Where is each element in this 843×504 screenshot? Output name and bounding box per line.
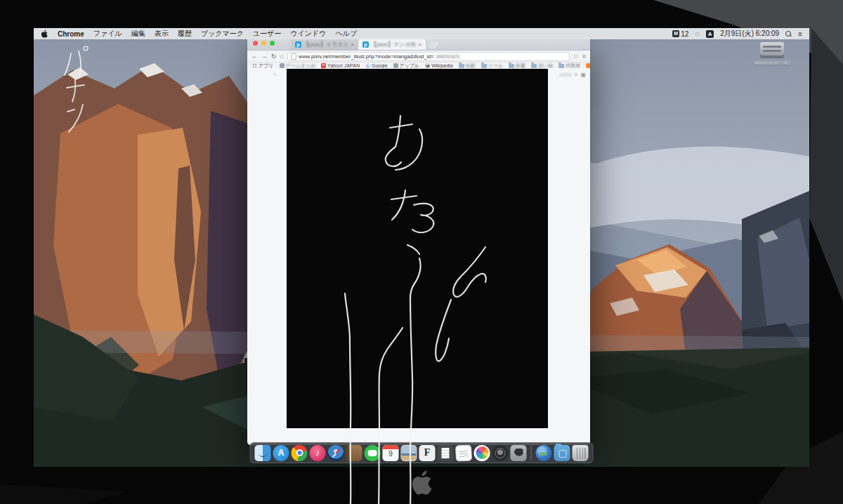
- menu-item-chrome[interactable]: Chrome: [58, 30, 84, 38]
- google-icon: G: [365, 63, 370, 68]
- dock-calendar-icon[interactable]: 9: [383, 445, 399, 461]
- yahoo-icon: Y!: [321, 63, 326, 68]
- notification-center-icon[interactable]: ≡: [798, 30, 802, 38]
- drawing-canvas[interactable]: [287, 69, 548, 428]
- tab-1-title: 【pixiv】イラスト・マンガ: [303, 41, 348, 48]
- tab-2[interactable]: p 【pixiv】マンガ作品ページ ×: [358, 39, 426, 50]
- dock-chrome-icon[interactable]: [292, 445, 308, 461]
- page-security-icon: [291, 53, 296, 60]
- dock-photos-icon[interactable]: [474, 445, 490, 461]
- site-icon: [586, 63, 590, 68]
- menu-item-history[interactable]: 履歴: [178, 29, 192, 39]
- folder-icon: [481, 64, 487, 68]
- dock-app-store-icon[interactable]: A: [273, 445, 289, 461]
- dock-separator: [531, 445, 532, 460]
- folder-icon: [531, 64, 537, 68]
- folder-icon: [459, 64, 464, 68]
- menu-item-file[interactable]: ファイル: [93, 29, 122, 39]
- new-tab-button[interactable]: [428, 41, 438, 48]
- bookmark-yahoo-japan[interactable]: Y!Yahoo! JAPAN: [321, 63, 360, 68]
- apps-grid-icon: [252, 63, 257, 68]
- dock-itunes-icon[interactable]: ♪: [310, 445, 326, 461]
- reload-icon[interactable]: ↻: [271, 53, 277, 60]
- tab-1[interactable]: p 【pixiv】イラスト・マンガ ×: [291, 39, 358, 50]
- dock-downloads-folder-icon[interactable]: [554, 445, 570, 461]
- dock-notes-icon[interactable]: [438, 445, 454, 461]
- bookmark-google[interactable]: GGoogle: [365, 63, 388, 68]
- apple-menu-icon[interactable]: [41, 29, 48, 38]
- dock-trash-icon[interactable]: [573, 445, 589, 461]
- menu-item-users[interactable]: ユーザー: [253, 29, 281, 39]
- menu-item-view[interactable]: 表示: [155, 29, 169, 39]
- dock-textedit-icon[interactable]: [455, 444, 472, 461]
- single-view-icon[interactable]: ▣: [580, 72, 586, 78]
- folder-icon: [558, 64, 564, 68]
- folder-icon: [509, 64, 514, 68]
- photo-of-imac-screen: { "colors": { "accent_blue": "#2b9cd8", …: [0, 0, 843, 504]
- memory-value: 12: [681, 30, 688, 38]
- dock: A ♪ 9 F: [250, 442, 594, 463]
- menu-bar: Chrome ファイル 編集 表示 履歴 ブックマーク ユーザー ウインドウ ヘ…: [34, 28, 809, 39]
- chrome-menu-icon[interactable]: ≡: [582, 53, 586, 60]
- home-icon[interactable]: ⌂: [280, 53, 284, 60]
- tab-2-title: 【pixiv】マンガ作品ページ: [371, 41, 416, 48]
- dock-pictures-icon[interactable]: [401, 445, 417, 461]
- site-icon: [280, 63, 285, 68]
- calendar-day: 9: [383, 450, 399, 458]
- hdd-drive-icon: [760, 42, 784, 58]
- menu-item-help[interactable]: ヘルプ: [336, 29, 358, 39]
- menu-item-window[interactable]: ウインドウ: [290, 29, 326, 39]
- dock-photo-booth-icon[interactable]: [511, 445, 527, 461]
- browser-toolbar: ← → ↻ ⌂ www.pixiv.net/member_illust.php?…: [247, 51, 590, 62]
- dock-network-globe-icon[interactable]: [536, 445, 552, 461]
- dock-safari-icon[interactable]: [328, 445, 344, 461]
- forward-icon[interactable]: →: [261, 53, 268, 60]
- dock-finder-icon[interactable]: [255, 445, 271, 461]
- close-window-button[interactable]: [253, 41, 258, 46]
- bookmark-star-icon[interactable]: ☆: [573, 53, 579, 60]
- bezel-apple-logo: [410, 469, 433, 496]
- menu-item-bookmarks[interactable]: ブックマーク: [201, 29, 244, 39]
- status-extra-icon[interactable]: ◇: [695, 30, 700, 37]
- pixiv-favicon: p: [362, 41, 369, 48]
- chrome-window: p 【pixiv】イラスト・マンガ × p 【pixiv】マンガ作品ページ × …: [247, 37, 590, 445]
- dock-line-icon[interactable]: [365, 445, 381, 461]
- spotlight-icon[interactable]: [785, 31, 792, 37]
- url-text: www.pixiv.net/member_illust.php?mode=man…: [299, 53, 434, 60]
- minimize-window-button[interactable]: [261, 41, 266, 46]
- dock-font-book-icon[interactable]: F: [419, 445, 436, 461]
- desktop-screen: Chrome ファイル 編集 表示 履歴 ブックマーク ユーザー ウインドウ ヘ…: [34, 28, 809, 467]
- back-icon[interactable]: ←: [251, 53, 258, 60]
- tab-1-close-icon[interactable]: ×: [351, 41, 354, 48]
- bookmark-wikipedia[interactable]: WWikipedia: [425, 63, 452, 68]
- list-view-icon[interactable]: ≡: [575, 72, 578, 78]
- memory-status[interactable]: M 12: [672, 30, 688, 38]
- tab-2-close-icon[interactable]: ×: [418, 41, 422, 48]
- window-controls: [253, 41, 275, 46]
- memory-app-icon: M: [672, 30, 679, 37]
- input-source-icon[interactable]: A: [706, 30, 714, 38]
- address-bar[interactable]: www.pixiv.net/member_illust.php?mode=man…: [287, 52, 570, 61]
- pixiv-page-content: ↔ 100% ≡ ▣: [247, 68, 590, 445]
- menu-item-edit[interactable]: 編集: [131, 29, 145, 39]
- wikipedia-icon: W: [425, 63, 430, 68]
- dock-contacts-icon[interactable]: [346, 445, 362, 461]
- desktop-hdd-icon[interactable]: Macintosh HD: [752, 42, 792, 66]
- zoom-window-button[interactable]: [270, 41, 275, 46]
- zoom-label: 100%: [559, 72, 572, 77]
- dock-garageband-icon[interactable]: [492, 445, 509, 461]
- apple-site-icon: [393, 63, 398, 68]
- pixiv-favicon: p: [295, 41, 301, 48]
- menu-clock[interactable]: 2月9日(火) 6:20:09: [720, 29, 779, 39]
- expand-icon[interactable]: ↔: [271, 69, 280, 78]
- hdd-label: Macintosh HD: [752, 60, 792, 66]
- url-illust-id: 54691823: [436, 53, 459, 60]
